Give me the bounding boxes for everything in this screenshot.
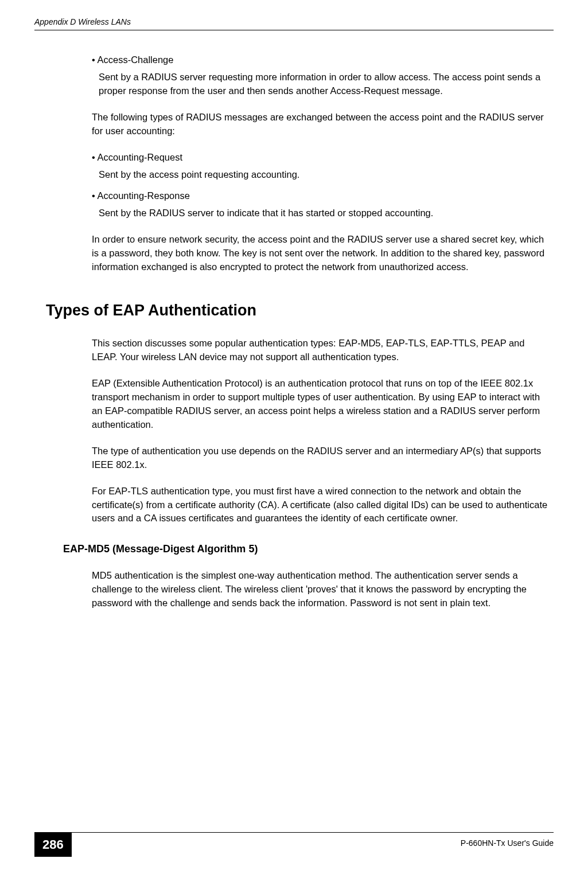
paragraph: MD5 authentication is the simplest one-w… [92, 569, 548, 610]
bullet-label: • Accounting-Request [99, 151, 548, 165]
page-header: Appendix D Wireless LANs [34, 17, 554, 30]
paragraph: The following types of RADIUS messages a… [92, 111, 548, 138]
section-heading: Types of EAP Authentication [46, 299, 548, 322]
paragraph: For EAP-TLS authentication type, you mus… [92, 485, 548, 526]
subsection-heading: EAP-MD5 (Message-Digest Algorithm 5) [63, 541, 548, 556]
bullet-block: • Accounting-Request Sent by the access … [92, 151, 548, 182]
paragraph: The type of authentication you use depen… [92, 444, 548, 472]
header-title: Appendix D Wireless LANs [34, 17, 131, 26]
footer-guide-name: P-660HN-Tx User's Guide [461, 838, 554, 848]
bullet-description: Sent by a RADIUS server requesting more … [99, 71, 548, 98]
bullet-description: Sent by the RADIUS server to indicate th… [99, 206, 548, 220]
bullet-block: • Access-Challenge Sent by a RADIUS serv… [92, 53, 548, 98]
paragraph: This section discusses some popular auth… [92, 337, 548, 364]
page-number: 286 [34, 833, 72, 857]
page-footer: 286 P-660HN-Tx User's Guide [34, 832, 554, 857]
page-content: • Access-Challenge Sent by a RADIUS serv… [92, 53, 548, 610]
bullet-description: Sent by the access point requesting acco… [99, 168, 548, 182]
paragraph: In order to ensure network security, the… [92, 233, 548, 274]
bullet-label: • Access-Challenge [99, 53, 548, 67]
bullet-block: • Accounting-Response Sent by the RADIUS… [92, 189, 548, 220]
document-page: Appendix D Wireless LANs • Access-Challe… [0, 0, 588, 874]
paragraph: EAP (Extensible Authentication Protocol)… [92, 377, 548, 432]
bullet-label: • Accounting-Response [99, 189, 548, 203]
